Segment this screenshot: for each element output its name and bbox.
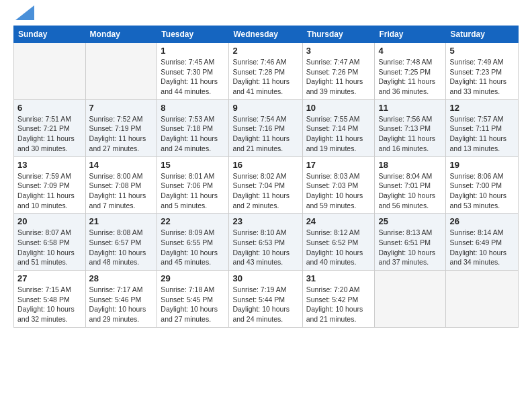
- calendar-cell: [375, 271, 446, 328]
- day-number: 16: [232, 160, 298, 170]
- day-number: 19: [449, 160, 515, 170]
- calendar-cell: 27Sunrise: 7:15 AMSunset: 5:48 PMDayligh…: [14, 271, 86, 328]
- calendar-cell: 7Sunrise: 7:52 AMSunset: 7:19 PMDaylight…: [85, 99, 157, 156]
- calendar-cell: 28Sunrise: 7:17 AMSunset: 5:46 PMDayligh…: [85, 271, 157, 328]
- day-number: 22: [161, 216, 225, 226]
- calendar-cell: 17Sunrise: 8:03 AMSunset: 7:03 PMDayligh…: [302, 156, 375, 214]
- day-number: 31: [306, 273, 371, 283]
- day-number: 13: [17, 160, 82, 170]
- calendar-week-row: 27Sunrise: 7:15 AMSunset: 5:48 PMDayligh…: [14, 271, 519, 328]
- calendar-week-row: 1Sunrise: 7:45 AMSunset: 7:30 PMDaylight…: [14, 43, 519, 100]
- day-number: 4: [378, 46, 442, 56]
- day-info: Sunrise: 8:07 AMSunset: 6:58 PMDaylight:…: [17, 228, 82, 267]
- day-info: Sunrise: 8:10 AMSunset: 6:53 PMDaylight:…: [232, 228, 298, 267]
- calendar-cell: 4Sunrise: 7:48 AMSunset: 7:25 PMDaylight…: [375, 43, 446, 100]
- day-info: Sunrise: 7:51 AMSunset: 7:21 PMDaylight:…: [17, 114, 82, 154]
- day-number: 29: [161, 273, 225, 283]
- day-number: 20: [17, 216, 82, 226]
- calendar-cell: 6Sunrise: 7:51 AMSunset: 7:21 PMDaylight…: [14, 99, 86, 156]
- day-number: 26: [449, 216, 515, 226]
- day-info: Sunrise: 8:09 AMSunset: 6:55 PMDaylight:…: [161, 228, 225, 267]
- day-number: 7: [89, 103, 154, 113]
- day-number: 18: [378, 160, 442, 170]
- day-info: Sunrise: 7:20 AMSunset: 5:42 PMDaylight:…: [306, 285, 371, 324]
- calendar-cell: 23Sunrise: 8:10 AMSunset: 6:53 PMDayligh…: [229, 214, 302, 271]
- header: [13, 11, 519, 19]
- calendar-cell: 31Sunrise: 7:20 AMSunset: 5:42 PMDayligh…: [302, 271, 375, 328]
- svg-marker-0: [15, 5, 34, 20]
- day-number: 10: [306, 103, 371, 113]
- day-info: Sunrise: 8:01 AMSunset: 7:06 PMDaylight:…: [161, 171, 225, 211]
- calendar-cell: 22Sunrise: 8:09 AMSunset: 6:55 PMDayligh…: [157, 214, 229, 271]
- day-info: Sunrise: 8:14 AMSunset: 6:49 PMDaylight:…: [449, 228, 515, 267]
- logo: [13, 11, 34, 19]
- calendar-cell: 20Sunrise: 8:07 AMSunset: 6:58 PMDayligh…: [14, 214, 86, 271]
- day-number: 24: [306, 216, 371, 226]
- day-info: Sunrise: 7:59 AMSunset: 7:09 PMDaylight:…: [17, 171, 82, 211]
- day-number: 15: [161, 160, 225, 170]
- calendar-cell: 25Sunrise: 8:13 AMSunset: 6:51 PMDayligh…: [375, 214, 446, 271]
- day-number: 3: [306, 46, 371, 56]
- day-info: Sunrise: 8:12 AMSunset: 6:52 PMDaylight:…: [306, 228, 371, 267]
- day-of-week-header: Tuesday: [157, 26, 229, 43]
- calendar-cell: 14Sunrise: 8:00 AMSunset: 7:08 PMDayligh…: [85, 156, 157, 214]
- calendar-cell: 13Sunrise: 7:59 AMSunset: 7:09 PMDayligh…: [14, 156, 86, 214]
- day-info: Sunrise: 8:00 AMSunset: 7:08 PMDaylight:…: [89, 171, 154, 211]
- day-info: Sunrise: 7:45 AMSunset: 7:30 PMDaylight:…: [161, 57, 225, 97]
- day-number: 9: [232, 103, 298, 113]
- day-info: Sunrise: 7:55 AMSunset: 7:14 PMDaylight:…: [306, 114, 371, 154]
- day-number: 1: [161, 46, 225, 56]
- calendar-cell: 3Sunrise: 7:47 AMSunset: 7:26 PMDaylight…: [302, 43, 375, 100]
- calendar-cell: 16Sunrise: 8:02 AMSunset: 7:04 PMDayligh…: [229, 156, 302, 214]
- day-info: Sunrise: 7:56 AMSunset: 7:13 PMDaylight:…: [378, 114, 442, 154]
- day-info: Sunrise: 7:47 AMSunset: 7:26 PMDaylight:…: [306, 57, 371, 97]
- day-info: Sunrise: 7:46 AMSunset: 7:28 PMDaylight:…: [232, 57, 298, 97]
- calendar-cell: 11Sunrise: 7:56 AMSunset: 7:13 PMDayligh…: [375, 99, 446, 156]
- day-info: Sunrise: 7:54 AMSunset: 7:16 PMDaylight:…: [232, 114, 298, 154]
- calendar-cell: [446, 271, 519, 328]
- calendar-table: SundayMondayTuesdayWednesdayThursdayFrid…: [13, 26, 519, 328]
- day-of-week-header: Wednesday: [229, 26, 302, 43]
- calendar-cell: 2Sunrise: 7:46 AMSunset: 7:28 PMDaylight…: [229, 43, 302, 100]
- calendar-cell: [14, 43, 86, 100]
- day-of-week-header: Friday: [375, 26, 446, 43]
- calendar-page: SundayMondayTuesdayWednesdayThursdayFrid…: [0, 0, 532, 411]
- day-info: Sunrise: 7:52 AMSunset: 7:19 PMDaylight:…: [89, 114, 154, 154]
- calendar-cell: 8Sunrise: 7:53 AMSunset: 7:18 PMDaylight…: [157, 99, 229, 156]
- day-info: Sunrise: 7:49 AMSunset: 7:23 PMDaylight:…: [449, 57, 515, 97]
- day-number: 28: [89, 273, 154, 283]
- day-info: Sunrise: 7:48 AMSunset: 7:25 PMDaylight:…: [378, 57, 442, 97]
- calendar-cell: 19Sunrise: 8:06 AMSunset: 7:00 PMDayligh…: [446, 156, 519, 214]
- day-number: 17: [306, 160, 371, 170]
- day-info: Sunrise: 7:57 AMSunset: 7:11 PMDaylight:…: [449, 114, 515, 154]
- day-number: 21: [89, 216, 154, 226]
- day-info: Sunrise: 8:02 AMSunset: 7:04 PMDaylight:…: [232, 171, 298, 211]
- calendar-cell: [85, 43, 157, 100]
- day-of-week-header: Thursday: [302, 26, 375, 43]
- day-number: 2: [232, 46, 298, 56]
- calendar-cell: 30Sunrise: 7:19 AMSunset: 5:44 PMDayligh…: [229, 271, 302, 328]
- day-number: 5: [449, 46, 515, 56]
- logo-icon: [15, 5, 34, 20]
- day-info: Sunrise: 8:06 AMSunset: 7:00 PMDaylight:…: [449, 171, 515, 211]
- calendar-header-row: SundayMondayTuesdayWednesdayThursdayFrid…: [14, 26, 519, 43]
- day-info: Sunrise: 7:18 AMSunset: 5:45 PMDaylight:…: [161, 285, 225, 324]
- day-number: 30: [232, 273, 298, 283]
- calendar-cell: 10Sunrise: 7:55 AMSunset: 7:14 PMDayligh…: [302, 99, 375, 156]
- calendar-cell: 12Sunrise: 7:57 AMSunset: 7:11 PMDayligh…: [446, 99, 519, 156]
- calendar-cell: 29Sunrise: 7:18 AMSunset: 5:45 PMDayligh…: [157, 271, 229, 328]
- calendar-cell: 9Sunrise: 7:54 AMSunset: 7:16 PMDaylight…: [229, 99, 302, 156]
- day-info: Sunrise: 7:17 AMSunset: 5:46 PMDaylight:…: [89, 285, 154, 324]
- day-info: Sunrise: 8:03 AMSunset: 7:03 PMDaylight:…: [306, 171, 371, 211]
- calendar-cell: 18Sunrise: 8:04 AMSunset: 7:01 PMDayligh…: [375, 156, 446, 214]
- day-of-week-header: Monday: [85, 26, 157, 43]
- calendar-cell: 5Sunrise: 7:49 AMSunset: 7:23 PMDaylight…: [446, 43, 519, 100]
- day-number: 25: [378, 216, 442, 226]
- calendar-cell: 24Sunrise: 8:12 AMSunset: 6:52 PMDayligh…: [302, 214, 375, 271]
- day-number: 27: [17, 273, 82, 283]
- calendar-cell: 26Sunrise: 8:14 AMSunset: 6:49 PMDayligh…: [446, 214, 519, 271]
- day-number: 23: [232, 216, 298, 226]
- day-number: 11: [378, 103, 442, 113]
- day-info: Sunrise: 7:53 AMSunset: 7:18 PMDaylight:…: [161, 114, 225, 154]
- calendar-cell: 1Sunrise: 7:45 AMSunset: 7:30 PMDaylight…: [157, 43, 229, 100]
